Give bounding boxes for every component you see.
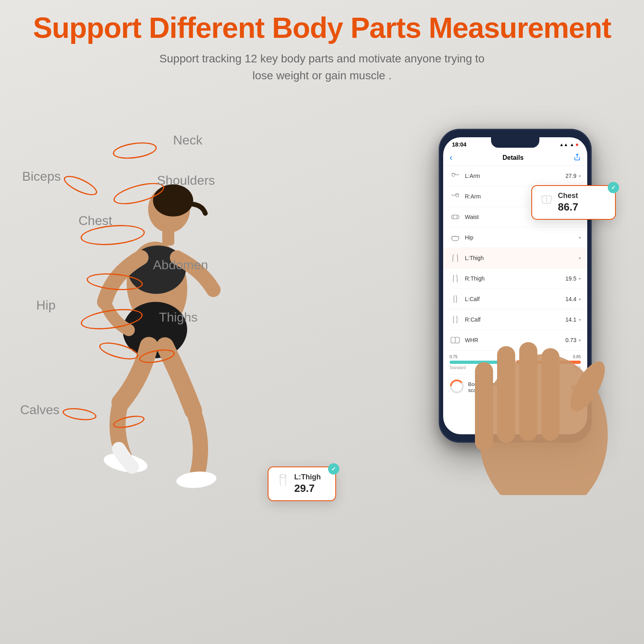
page-header: Support Different Body Parts Measurement… — [0, 12, 644, 84]
page-title: Support Different Body Parts Measurement — [0, 12, 644, 44]
svg-rect-11 — [519, 342, 537, 441]
chest-popup: ✓ Chest 86.7 — [531, 185, 616, 220]
label-biceps: Biceps — [22, 169, 61, 184]
label-hip: Hip — [36, 298, 56, 313]
chest-check-icon: ✓ — [608, 182, 619, 193]
phone-wrapper: 18:04 ▲▲ ▲ ■ ‹ Details — [419, 113, 620, 497]
lthigh-popup-icon — [276, 473, 290, 487]
svg-point-26 — [280, 475, 286, 478]
chest-popup-text: Chest 86.7 — [558, 192, 578, 213]
chest-popup-icon — [539, 192, 554, 206]
label-thighs: Thighs — [159, 310, 198, 325]
label-chest: Chest — [78, 213, 112, 228]
lthigh-check-icon: ✓ — [328, 463, 339, 475]
label-abdomen: Abdomen — [153, 258, 208, 272]
svg-rect-5 — [162, 229, 174, 246]
lthigh-popup: ✓ L:Thigh 29.7 — [268, 466, 336, 501]
chest-popup-content: Chest 86.7 — [539, 192, 608, 213]
svg-rect-12 — [541, 348, 559, 441]
thigh-svg-icon — [276, 473, 290, 487]
hand-svg — [419, 113, 620, 495]
chest-popup-label: Chest — [558, 192, 578, 200]
lthigh-popup-content: L:Thigh 29.7 — [276, 473, 328, 495]
chest-popup-value: 86.7 — [558, 201, 578, 213]
label-calves: Calves — [20, 402, 60, 417]
lthigh-popup-value: 29.7 — [294, 482, 321, 495]
svg-rect-10 — [497, 346, 515, 443]
label-shoulders: Shoulders — [157, 173, 215, 188]
page-subtitle: Support tracking 12 key body parts and m… — [0, 50, 644, 84]
svg-point-7 — [175, 470, 217, 490]
svg-rect-9 — [475, 362, 493, 451]
lthigh-popup-text: L:Thigh 29.7 — [294, 473, 321, 495]
label-neck: Neck — [173, 133, 202, 148]
chest-svg-icon — [539, 192, 554, 206]
lthigh-popup-label: L:Thigh — [294, 473, 321, 481]
